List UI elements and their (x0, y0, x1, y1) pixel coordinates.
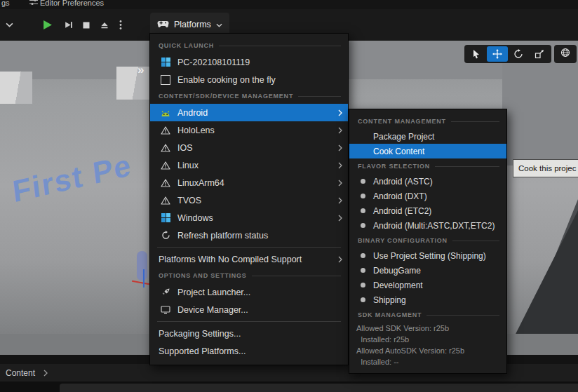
menu-item-label: LinuxArm64 (177, 178, 224, 188)
menu-item-device-manager[interactable]: Device Manager... (150, 301, 348, 318)
rotate-tool-icon[interactable] (508, 46, 529, 62)
menu-item-label: Enable cooking on the fly (177, 75, 276, 85)
chevron-right-icon (338, 197, 342, 204)
menu-item-label: Android (ASTC) (373, 177, 433, 187)
section-header-content-management: CONTENT MANAGEMENT (349, 114, 506, 129)
menu-item-no-compiled-support[interactable]: Platforms With No Compiled Support (150, 250, 348, 268)
menu-item-cook-content[interactable]: Cook Content (349, 144, 506, 158)
menu-item-android-etc2[interactable]: Android (ETC2) (349, 203, 506, 218)
menu-item-hololens[interactable]: HoloLens (150, 121, 348, 139)
collapse-chevron-icon[interactable] (1, 9, 17, 41)
world-space-toggle[interactable] (554, 45, 577, 63)
section-header-sdk-management: SDK MANAGMENT (349, 307, 506, 323)
menu-item-label: Android (DXT) (373, 191, 427, 201)
menu-item-development[interactable]: Development (349, 278, 506, 292)
menu-item-debuggame[interactable]: DebugGame (349, 263, 506, 278)
section-header-flavor-selection: FLAVOR SELECTION (349, 158, 506, 174)
menu-item-label: HoloLens (177, 126, 215, 135)
globe-icon (560, 48, 570, 60)
unreal-editor-window: gs Editor Preferences Platforms (0, 0, 578, 392)
chevron-down-icon (216, 20, 222, 29)
section-header-quick-launch: QUICK LAUNCH (150, 38, 348, 53)
menu-item-label: Packaging Settings... (159, 329, 241, 339)
menu-item-use-project-setting[interactable]: Use Project Setting (Shipping) (349, 248, 506, 263)
menu-item-label: Project Launcher... (177, 288, 250, 297)
menu-item-label: Supported Platforms... (159, 346, 246, 356)
refresh-icon (159, 231, 173, 240)
play-button[interactable] (38, 9, 56, 41)
chevron-right-icon (338, 127, 342, 134)
radio-icon (358, 179, 368, 184)
platforms-label: Platforms (174, 20, 211, 29)
menu-item-windows[interactable]: Windows (150, 209, 348, 227)
menu-item-android-dxt[interactable]: Android (DXT) (349, 189, 506, 203)
frame-skip-button[interactable] (60, 9, 76, 41)
menu-item-label: Package Project (373, 132, 434, 142)
menu-item-label: PC-202108101119 (177, 58, 250, 67)
launcher-icon (159, 288, 173, 297)
menu-item-pc-quick-launch[interactable]: PC-202108101119 (150, 53, 348, 71)
menu-item-packaging-settings[interactable]: Packaging Settings... (150, 325, 348, 342)
menu-bar-partial: gs Editor Preferences (0, 0, 578, 9)
chevron-right-icon (338, 215, 342, 222)
radio-icon (358, 268, 368, 273)
menu-item-label: Use Project Setting (Shipping) (373, 251, 486, 261)
warning-icon (159, 144, 173, 152)
menu-item-android-multi[interactable]: Android (Multi:ASTC,DXT,ETC2) (349, 218, 506, 233)
menu-item-label: Android (177, 108, 208, 118)
scale-tool-icon[interactable] (529, 46, 550, 62)
warning-icon (159, 161, 173, 170)
more-options-icon[interactable] (115, 9, 126, 41)
sdk-info-line: Allowed AutoSDK Version: r25b (349, 345, 506, 356)
menu-item-supported-platforms[interactable]: Supported Platforms... (150, 342, 348, 360)
scene-cube (0, 72, 32, 104)
radio-icon (358, 297, 368, 302)
menu-item-project-launcher[interactable]: Project Launcher... (150, 283, 348, 301)
breadcrumb-content[interactable]: Content (6, 368, 35, 378)
menu-bar-left-text: gs (1, 0, 10, 7)
sdk-info-line: Allowed SDK Version: r25b (349, 323, 506, 334)
section-header-management: CONTENT/SDK/DEVICE MANAGEMENT (150, 88, 348, 104)
scene-character (137, 251, 147, 281)
cooking-checkbox[interactable] (159, 75, 173, 85)
viewport-toolbar-expand-icon[interactable]: » (137, 63, 144, 77)
menu-item-label: Shipping (373, 295, 406, 305)
menu-item-label: Linux (177, 161, 199, 170)
menu-item-label: Device Manager... (177, 305, 248, 315)
menu-item-android[interactable]: Android (150, 104, 348, 121)
eject-button[interactable] (97, 9, 112, 41)
menu-item-linuxarm64[interactable]: LinuxArm64 (150, 174, 348, 191)
menu-item-linux[interactable]: Linux (150, 156, 348, 174)
cook-content-tooltip: Cook this projec (513, 159, 578, 177)
menu-item-shipping[interactable]: Shipping (349, 292, 506, 307)
menu-item-label: Android (ETC2) (373, 206, 431, 216)
warning-icon (159, 196, 173, 205)
menu-item-ios[interactable]: IOS (150, 139, 348, 156)
menu-item-tvos[interactable]: TVOS (150, 191, 348, 209)
move-tool-icon[interactable] (487, 46, 508, 62)
editor-preferences-label[interactable]: Editor Preferences (40, 0, 104, 7)
menu-item-enable-cooking[interactable]: Enable cooking on the fly (150, 71, 348, 88)
section-header-options: OPTIONS AND SETTINGS (150, 268, 348, 283)
scene-cube (116, 67, 150, 100)
menu-item-label: TVOS (177, 196, 201, 205)
transform-gizmo (132, 281, 149, 285)
radio-icon (358, 253, 368, 258)
platforms-menu: QUICK LAUNCH PC-202108101119 Enable cook… (149, 33, 349, 365)
menu-separator (157, 247, 341, 248)
chevron-right-icon (338, 109, 342, 116)
menu-item-refresh-platform-status[interactable]: Refresh platform status (150, 227, 348, 244)
stop-button[interactable] (79, 9, 94, 41)
chevron-right-icon (338, 256, 342, 263)
menu-item-label: Cook Content (373, 147, 424, 156)
radio-icon (358, 208, 368, 213)
scene-wall-right (502, 60, 578, 165)
menu-item-label: DebugGame (373, 266, 421, 276)
sdk-info-line: Installed: r25b (349, 334, 506, 345)
menu-item-package-project[interactable]: Package Project (349, 129, 506, 144)
select-tool-icon[interactable] (466, 46, 487, 62)
warning-icon (159, 126, 173, 135)
menu-item-label: Refresh platform status (177, 231, 268, 241)
menu-item-android-astc[interactable]: Android (ASTC) (349, 174, 506, 189)
windows-icon (159, 58, 173, 67)
